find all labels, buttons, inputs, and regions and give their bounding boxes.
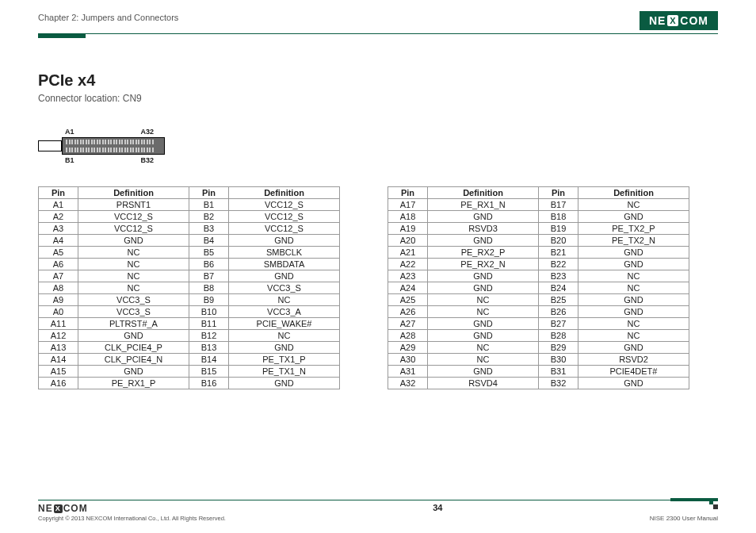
- table-header: Definition: [229, 187, 340, 199]
- table-row: A5NCB5SMBCLK: [39, 247, 340, 259]
- pin-cell: A7: [39, 270, 78, 282]
- pin-cell: A18: [388, 211, 428, 223]
- definition-cell: NC: [78, 270, 189, 282]
- definition-cell: NC: [578, 282, 689, 294]
- pin-cell: B29: [539, 342, 578, 354]
- pin-cell: A9: [39, 294, 78, 306]
- definition-cell: PLTRST#_A: [78, 318, 189, 330]
- pin-cell: B7: [189, 270, 229, 282]
- pin-cell: A3: [39, 223, 78, 235]
- pin-cell: A28: [388, 330, 428, 342]
- footer-rule: [38, 498, 718, 501]
- pin-cell: B8: [189, 282, 229, 294]
- definition-cell: PE_RX2_N: [428, 259, 539, 270]
- pin-cell: B6: [189, 259, 229, 270]
- definition-cell: GND: [78, 366, 189, 378]
- brand-logo: NEXCOM: [640, 11, 718, 30]
- table-header: Pin: [539, 187, 578, 199]
- definition-cell: NC: [428, 306, 539, 318]
- definition-cell: NC: [428, 294, 539, 306]
- pin-cell: B24: [539, 282, 578, 294]
- pin-cell: A2: [39, 211, 78, 223]
- pin-cell: A23: [388, 270, 428, 282]
- definition-cell: GND: [428, 270, 539, 282]
- pin-cell: A0: [39, 306, 78, 318]
- definition-cell: GND: [229, 378, 340, 389]
- table-row: A26NCB26GND: [388, 306, 689, 318]
- diagram-label-b32: B32: [141, 156, 155, 164]
- table-row: A27GNDB27NC: [388, 318, 689, 330]
- pin-cell: B10: [189, 306, 229, 318]
- table-row: A4GNDB4GND: [39, 235, 340, 247]
- table-row: A30NCB30RSVD2: [388, 354, 689, 366]
- table-row: A16PE_RX1_PB16GND: [39, 378, 340, 389]
- table-header: Pin: [189, 187, 229, 199]
- pin-cell: B12: [189, 330, 229, 342]
- definition-cell: RSVD2: [578, 354, 689, 366]
- table-row: A22PE_RX2_NB22GND: [388, 259, 689, 270]
- definition-cell: GND: [578, 306, 689, 318]
- pin-cell: A19: [388, 223, 428, 235]
- pin-cell: B15: [189, 366, 229, 378]
- table-row: A32RSVD4B32GND: [388, 378, 689, 389]
- definition-cell: PCIE_WAKE#: [229, 318, 340, 330]
- pin-cell: A21: [388, 247, 428, 259]
- pin-cell: B31: [539, 366, 578, 378]
- definition-cell: NC: [78, 247, 189, 259]
- table-row: A12GNDB12NC: [39, 330, 340, 342]
- pin-cell: B16: [189, 378, 229, 389]
- table-row: A18GNDB18GND: [388, 211, 689, 223]
- definition-cell: VCC12_S: [229, 223, 340, 235]
- pin-cell: B11: [189, 318, 229, 330]
- pin-cell: B19: [539, 223, 578, 235]
- table-row: A11PLTRST#_AB11PCIE_WAKE#: [39, 318, 340, 330]
- pin-cell: A14: [39, 354, 78, 366]
- pin-cell: B26: [539, 306, 578, 318]
- definition-cell: VCC3_S: [229, 282, 340, 294]
- definition-cell: RSVD3: [428, 223, 539, 235]
- pin-cell: B1: [189, 199, 229, 211]
- pin-cell: B23: [539, 270, 578, 282]
- logo-x-icon: X: [667, 15, 678, 26]
- table-header: Pin: [39, 187, 78, 199]
- definition-cell: PE_TX2_P: [578, 223, 689, 235]
- definition-cell: VCC3_S: [78, 294, 189, 306]
- definition-cell: PE_RX1_N: [428, 199, 539, 211]
- page-subtitle: Connector location: CN9: [38, 93, 718, 104]
- pin-cell: A6: [39, 259, 78, 270]
- pin-cell: A26: [388, 306, 428, 318]
- table-row: A31GNDB31PCIE4DET#: [388, 366, 689, 378]
- definition-cell: GND: [78, 330, 189, 342]
- definition-cell: GND: [578, 259, 689, 270]
- definition-cell: GND: [578, 211, 689, 223]
- footer-logo-x-icon: X: [54, 504, 63, 513]
- definition-cell: SMBDATA: [229, 259, 340, 270]
- definition-cell: GND: [78, 235, 189, 247]
- definition-cell: GND: [578, 342, 689, 354]
- pin-cell: B9: [189, 294, 229, 306]
- definition-cell: PRSNT1: [78, 199, 189, 211]
- pin-cell: A12: [39, 330, 78, 342]
- table-row: A28GNDB28NC: [388, 330, 689, 342]
- logo-part-left: NE: [649, 14, 666, 27]
- definition-cell: NC: [78, 259, 189, 270]
- definition-cell: VCC12_S: [229, 211, 340, 223]
- definition-cell: PE_RX2_P: [428, 247, 539, 259]
- definition-cell: VCC3_S: [78, 306, 189, 318]
- definition-cell: NC: [578, 318, 689, 330]
- definition-cell: GND: [578, 294, 689, 306]
- diagram-label-a32: A32: [141, 128, 155, 136]
- definition-cell: NC: [578, 270, 689, 282]
- pin-cell: A29: [388, 342, 428, 354]
- table-header: Pin: [388, 187, 428, 199]
- pin-cell: B28: [539, 330, 578, 342]
- footer-logo: NEXCOM: [38, 503, 226, 514]
- table-row: A25NCB25GND: [388, 294, 689, 306]
- definition-cell: GND: [578, 247, 689, 259]
- table-row: A9VCC3_SB9NC: [39, 294, 340, 306]
- pinout-table-right: PinDefinitionPinDefinition A17PE_RX1_NB1…: [388, 186, 689, 389]
- table-row: A17PE_RX1_NB17NC: [388, 199, 689, 211]
- definition-cell: PE_RX1_P: [78, 378, 189, 389]
- pin-cell: B2: [189, 211, 229, 223]
- table-header: Definition: [78, 187, 189, 199]
